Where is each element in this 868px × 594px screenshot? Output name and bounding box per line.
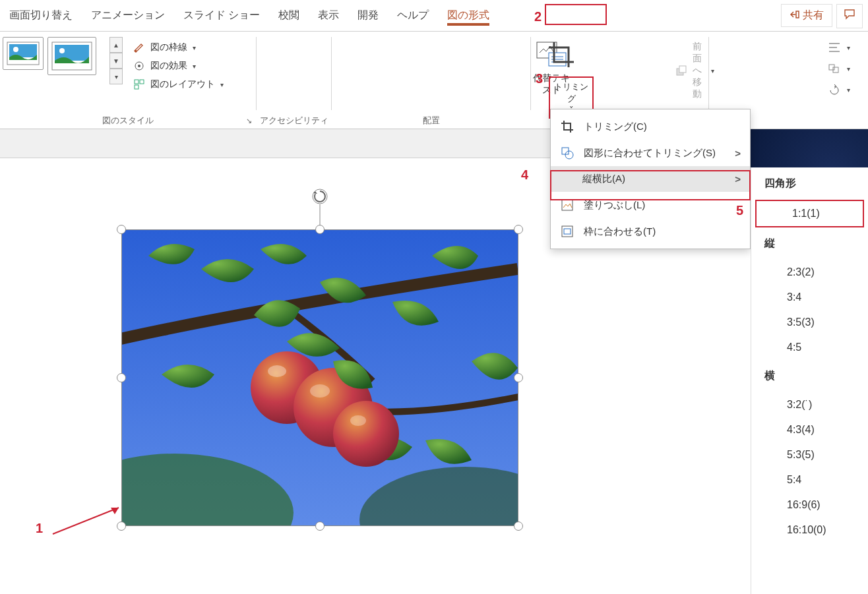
group-picture-styles: ▲ ▼ ▾ 図の枠線▾ 図の効果▾ 図のレイアウト▾ ↘ 図のスタイル	[0, 32, 256, 129]
picture-styles-gallery[interactable]	[3, 37, 124, 108]
tab-picture-format[interactable]: 図の形式	[438, 2, 499, 29]
picture-content	[121, 229, 518, 526]
svg-rect-10	[135, 80, 139, 84]
crop-menu-shape[interactable]: 図形に合わせてトリミング(S)	[551, 140, 750, 166]
aspect-1-1[interactable]: 1:1(1)	[755, 200, 864, 227]
aspect-4-3[interactable]: 4:3(4)	[751, 417, 868, 442]
svg-point-41	[333, 401, 399, 467]
annotation-1-arrow	[46, 501, 132, 541]
annotation-1: 1	[36, 521, 43, 536]
share-button[interactable]: 共有	[781, 4, 832, 27]
svg-point-30	[565, 151, 573, 159]
comments-button[interactable]	[836, 4, 863, 28]
aspect-5-4[interactable]: 5:4	[751, 467, 868, 492]
crop-icon	[547, 41, 575, 69]
resize-handle-tr[interactable]	[514, 225, 523, 234]
picture-border-button[interactable]: 図の枠線▾	[132, 38, 224, 57]
svg-point-6	[59, 48, 65, 53]
aspect-3-5[interactable]: 3:5(3)	[751, 310, 868, 335]
svg-point-3	[13, 47, 18, 52]
gallery-scroll-up[interactable]: ▲	[109, 37, 123, 53]
aspect-3-2[interactable]: 3:2(˙)	[751, 392, 868, 417]
resize-handle-mr[interactable]	[514, 373, 523, 382]
gallery-scroll: ▲ ▼ ▾	[109, 37, 123, 84]
aspect-ratio-menu: 四角形 1:1(1) 縦 2:3(2) 3:4 3:5(3) 4:5 横 3:2…	[751, 167, 868, 594]
svg-rect-33	[564, 229, 571, 234]
aspect-5-3[interactable]: 5:3(5)	[751, 442, 868, 467]
group-label-arrange: 配置	[332, 115, 530, 127]
svg-marker-46	[111, 508, 119, 514]
comment-icon	[844, 9, 855, 20]
aspect-16-9[interactable]: 16:9(6)	[751, 492, 868, 518]
crop-menu-aspect[interactable]: 縦横比(A)	[551, 166, 750, 192]
picture-layout-button[interactable]: 図のレイアウト▾	[132, 75, 224, 94]
tab-review[interactable]: 校閲	[269, 2, 309, 29]
aspect-heading-square: 四角形	[751, 167, 868, 200]
rotate-button[interactable]: ▾	[827, 79, 850, 100]
shape-crop-icon	[560, 146, 574, 160]
tab-help[interactable]: ヘルプ	[388, 2, 438, 29]
tab-transitions[interactable]: 画面切り替え	[0, 2, 82, 29]
picture-effects-button[interactable]: 図の効果▾	[132, 57, 224, 75]
crop-menu-fill[interactable]: 塗りつぶし(L)	[551, 192, 750, 218]
crop-button-main[interactable]	[547, 41, 575, 71]
svg-point-43	[310, 384, 330, 398]
fit-icon	[560, 225, 574, 238]
rotation-handle[interactable]	[310, 187, 330, 229]
share-label: 共有	[803, 9, 824, 22]
group-icon	[827, 62, 842, 75]
effects-icon	[132, 59, 146, 73]
layout-icon	[132, 78, 146, 91]
crop-menu-crop[interactable]: トリミング(C)	[551, 113, 750, 140]
resize-handle-br[interactable]	[514, 521, 523, 531]
annotation-4: 4	[521, 167, 528, 183]
resize-handle-bl[interactable]	[117, 521, 126, 531]
share-icon	[790, 9, 800, 22]
tab-view[interactable]: 表示	[309, 2, 348, 29]
svg-rect-32	[562, 226, 573, 237]
aspect-3-4[interactable]: 3:4	[751, 285, 868, 310]
svg-rect-12	[135, 85, 139, 89]
svg-point-42	[268, 365, 286, 377]
style-thumb-2[interactable]	[47, 37, 96, 75]
resize-handle-tl[interactable]	[117, 225, 126, 234]
aspect-16-10[interactable]: 16:10(0)	[751, 518, 868, 543]
svg-rect-0	[796, 11, 799, 18]
crop-menu: トリミング(C) 図形に合わせてトリミング(S) 縦横比(A) 塗りつぶし(L)…	[550, 109, 751, 249]
group-arrange: 前面へ移動▾ 背面へ移動▾ オブジェクトの選択と表示 ▾ ▾ ▾ 配置	[332, 32, 530, 129]
tab-animations[interactable]: アニメーション	[82, 2, 174, 29]
tab-developer[interactable]: 開発	[348, 2, 388, 29]
resize-handle-bm[interactable]	[315, 521, 325, 531]
align-button[interactable]: ▾	[827, 37, 850, 58]
svg-point-9	[138, 65, 140, 67]
crop-icon	[560, 120, 574, 133]
aspect-heading-portrait: 縦	[751, 227, 868, 260]
aspect-4-5[interactable]: 4:5	[751, 335, 868, 360]
group-button[interactable]: ▾	[827, 58, 850, 79]
svg-rect-7	[135, 50, 137, 52]
group-label-accessibility: アクセシビリティ	[257, 115, 331, 127]
aspect-2-3[interactable]: 2:3(2)	[751, 260, 868, 285]
gallery-more[interactable]: ▾	[109, 69, 123, 84]
group-label-styles: 図のスタイル	[0, 115, 256, 127]
style-thumb-1[interactable]	[3, 37, 44, 70]
svg-line-45	[53, 508, 119, 534]
align-icon	[827, 41, 842, 54]
svg-point-44	[350, 415, 366, 426]
tab-slideshow[interactable]: スライド ショー	[174, 2, 269, 29]
gallery-scroll-down[interactable]: ▼	[109, 53, 123, 69]
svg-rect-11	[140, 80, 144, 84]
rotate-icon	[827, 83, 842, 96]
resize-handle-tm[interactable]	[315, 225, 325, 234]
picture-format-options: 図の枠線▾ 図の効果▾ 図のレイアウト▾	[132, 38, 224, 94]
svg-rect-31	[562, 200, 573, 210]
selected-picture[interactable]	[121, 229, 518, 526]
background-panel	[751, 129, 868, 167]
crop-menu-fit[interactable]: 枠に合わせる(T)	[551, 218, 750, 245]
ribbon-tabs: 画面切り替え アニメーション スライド ショー 校閲 表示 開発 ヘルプ 図の形…	[0, 0, 868, 32]
fill-icon	[560, 198, 574, 212]
group-accessibility: 代替テキスト アクセシビリティ	[257, 32, 331, 129]
resize-handle-ml[interactable]	[117, 373, 126, 382]
aspect-heading-landscape: 横	[751, 360, 868, 392]
pencil-icon	[132, 41, 146, 54]
